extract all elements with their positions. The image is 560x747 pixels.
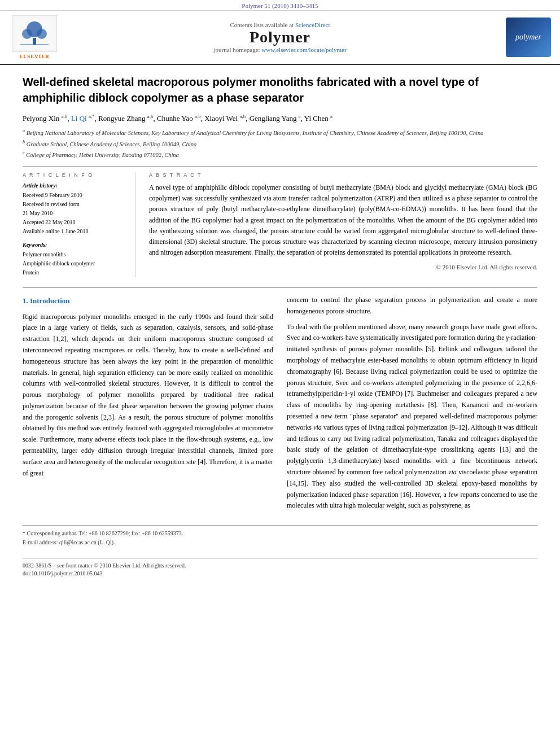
corresponding-note-text: * Corresponding author. Tel: +86 10 8262…: [23, 529, 537, 538]
introduction-col-left: 1. Introduction Rigid macroporous polyme…: [23, 295, 273, 516]
abstract-column: A B S T R A C T A novel type of amphiphi…: [149, 172, 537, 277]
history-label: Article history:: [23, 182, 126, 189]
journal-header: ELSEVIER Contents lists available at Sci…: [0, 11, 560, 65]
science-direct-link[interactable]: ScienceDirect: [295, 21, 330, 28]
footer-copyright: 0032-3861/$ – see front matter © 2010 El…: [23, 562, 537, 569]
keyword-3: Protein: [23, 268, 126, 277]
history-revised-date: 21 May 2010: [23, 209, 126, 218]
authors-line: Peiyong Xin a,b, Li Qi a,*, Rongyue Zhan…: [23, 113, 537, 123]
introduction-col-right: concern to control the phase separation …: [287, 295, 537, 516]
svg-point-4: [37, 29, 47, 39]
keyword-1: Polymer monoliths: [23, 250, 126, 259]
introduction-body: 1. Introduction Rigid macroporous polyme…: [23, 295, 537, 516]
email-note-text: E-mail address: qili@iccas.ac.cn (L. Qi)…: [23, 538, 537, 547]
introduction-section: 1. Introduction Rigid macroporous polyme…: [23, 287, 537, 516]
intro-paragraph-right: concern to control the phase separation …: [287, 295, 537, 317]
history-received: Received 9 February 2010: [23, 191, 126, 200]
journal-homepage: journal homepage: www.elsevier.com/locat…: [65, 46, 495, 53]
journal-name: Polymer: [65, 28, 495, 46]
history-revised: Received in revised form: [23, 200, 126, 209]
keywords-label: Keywords:: [23, 242, 126, 248]
article-info-label: A R T I C L E I N F O: [23, 172, 126, 178]
abstract-copyright: © 2010 Elsevier Ltd. All rights reserved…: [149, 264, 537, 270]
article-info-abstract-section: A R T I C L E I N F O Article history: R…: [23, 166, 537, 277]
corresponding-author-note: * Corresponding author. Tel: +86 10 8262…: [23, 525, 537, 547]
journal-center-info: Contents lists available at ScienceDirec…: [65, 21, 495, 53]
intro-paragraph-right-2: To deal with the problem mentioned above…: [287, 322, 537, 512]
affiliations: a Beijing National Laboratory of Molecul…: [23, 128, 537, 159]
science-direct-line: Contents lists available at ScienceDirec…: [65, 21, 495, 28]
page-footer: 0032-3861/$ – see front matter © 2010 El…: [23, 558, 537, 576]
author-li-qi[interactable]: Li Qi: [71, 114, 87, 123]
intro-paragraph-left: Rigid macroporous polymer monoliths emer…: [23, 312, 273, 479]
journal-reference-bar: Polymer 51 (2010) 3410–3415: [0, 0, 560, 11]
svg-rect-1: [33, 38, 36, 45]
article-info-column: A R T I C L E I N F O Article history: R…: [23, 172, 135, 277]
main-content: Well-defined skeletal macroporous polyme…: [0, 65, 560, 587]
history-accepted: Accepted 22 May 2010: [23, 218, 126, 227]
keyword-2: Amphiphilic diblock copolymer: [23, 259, 126, 268]
svg-point-3: [22, 29, 32, 39]
footer-doi: doi:10.1016/j.polymer.2010.05.043: [23, 570, 537, 576]
history-online: Available online 1 June 2010: [23, 227, 126, 236]
elsevier-brand-name: ELSEVIER: [19, 54, 50, 59]
journal-ref-text: Polymer 51 (2010) 3410–3415: [242, 2, 318, 9]
intro-heading: 1. Introduction: [23, 295, 273, 307]
abstract-label: A B S T R A C T: [149, 172, 537, 178]
polymer-journal-logo: [506, 18, 551, 57]
article-title: Well-defined skeletal macroporous polyme…: [23, 74, 537, 106]
journal-right-logo: [500, 18, 551, 57]
elsevier-figure: [12, 15, 57, 52]
abstract-text: A novel type of amphiphilic diblock copo…: [149, 182, 537, 258]
elsevier-logo: ELSEVIER: [9, 15, 60, 59]
journal-homepage-link[interactable]: www.elsevier.com/locate/polymer: [261, 46, 346, 53]
